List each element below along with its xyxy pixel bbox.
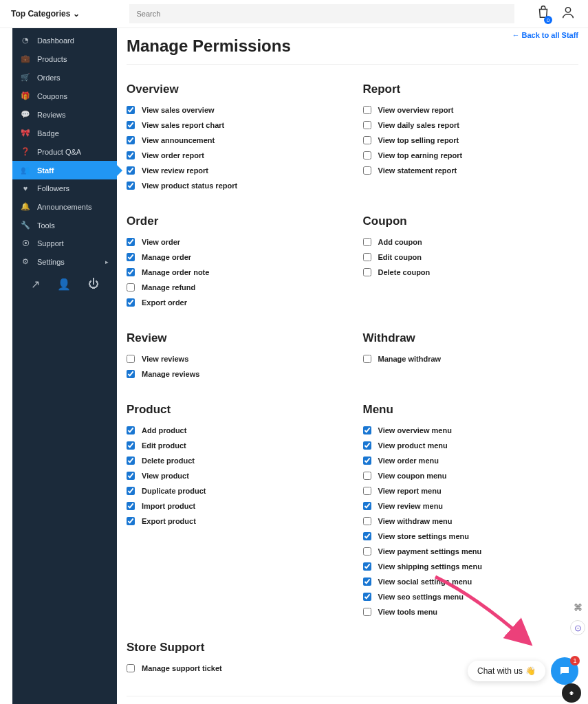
permission-row[interactable]: View seo settings menu bbox=[363, 593, 579, 601]
permission-row[interactable]: View shipping settings menu bbox=[363, 562, 579, 571]
permission-checkbox[interactable] bbox=[363, 562, 371, 571]
permission-checkbox[interactable] bbox=[363, 355, 371, 363]
permission-row[interactable]: View overview menu bbox=[363, 426, 579, 434]
permission-row[interactable]: Add coupon bbox=[363, 238, 579, 246]
permission-row[interactable]: Edit product bbox=[127, 441, 342, 450]
permission-row[interactable]: View order report bbox=[127, 151, 342, 160]
sidebar-item-reviews[interactable]: 💬Reviews bbox=[12, 105, 117, 124]
search-input[interactable] bbox=[129, 4, 514, 23]
permission-row[interactable]: Duplicate product bbox=[127, 487, 342, 495]
sidebar-item-settings[interactable]: ⚙Settings▸ bbox=[12, 252, 117, 271]
permission-row[interactable]: View sales overview bbox=[127, 106, 342, 114]
permission-checkbox[interactable] bbox=[127, 370, 135, 378]
permission-checkbox[interactable] bbox=[363, 456, 371, 465]
permission-checkbox[interactable] bbox=[127, 298, 135, 307]
permission-row[interactable]: View reviews bbox=[127, 355, 342, 363]
shopping-bag-icon[interactable]: 0 bbox=[536, 5, 551, 23]
external-link-icon[interactable]: ↗ bbox=[31, 278, 40, 291]
permission-row[interactable]: View review report bbox=[127, 166, 342, 175]
permission-row[interactable]: View daily sales report bbox=[363, 121, 579, 129]
permission-checkbox[interactable] bbox=[363, 487, 371, 495]
grid-icon[interactable]: ⌘ bbox=[570, 600, 585, 615]
permission-row[interactable]: Export order bbox=[127, 298, 342, 307]
sidebar-item-products[interactable]: 💼Products bbox=[12, 50, 117, 68]
permission-row[interactable]: View review menu bbox=[363, 502, 579, 510]
permission-row[interactable]: View social settings menu bbox=[363, 578, 579, 586]
permission-row[interactable]: View report menu bbox=[363, 487, 579, 495]
back-to-staff-link[interactable]: ← Back to all Staff bbox=[512, 31, 578, 39]
sidebar-item-coupons[interactable]: 🎁Coupons bbox=[12, 87, 117, 105]
sidebar-item-orders[interactable]: 🛒Orders bbox=[12, 68, 117, 87]
permission-row[interactable]: View withdraw menu bbox=[363, 517, 579, 525]
permission-row[interactable]: View sales report chart bbox=[127, 121, 342, 129]
permission-checkbox[interactable] bbox=[363, 502, 371, 510]
permission-checkbox[interactable] bbox=[363, 441, 371, 450]
permission-row[interactable]: View tools menu bbox=[363, 608, 579, 616]
permission-row[interactable]: Delete product bbox=[127, 456, 342, 465]
permission-checkbox[interactable] bbox=[363, 547, 371, 556]
permission-checkbox[interactable] bbox=[363, 106, 371, 114]
permission-row[interactable]: View top selling report bbox=[363, 136, 579, 144]
permission-row[interactable]: View announcement bbox=[127, 136, 342, 144]
permission-checkbox[interactable] bbox=[127, 664, 135, 672]
permission-checkbox[interactable] bbox=[127, 253, 135, 261]
permission-row[interactable]: View product menu bbox=[363, 441, 579, 450]
permission-checkbox[interactable] bbox=[127, 136, 135, 144]
permission-checkbox[interactable] bbox=[363, 608, 371, 616]
permission-checkbox[interactable] bbox=[127, 517, 135, 525]
permission-checkbox[interactable] bbox=[127, 472, 135, 480]
permission-checkbox[interactable] bbox=[363, 151, 371, 160]
permission-checkbox[interactable] bbox=[127, 502, 135, 510]
permission-checkbox[interactable] bbox=[127, 426, 135, 434]
permission-row[interactable]: View order bbox=[127, 238, 342, 246]
sidebar-item-support[interactable]: ⦿Support bbox=[12, 234, 117, 252]
permission-checkbox[interactable] bbox=[363, 578, 371, 586]
top-categories-dropdown[interactable]: Top Categories ⌄ bbox=[8, 9, 80, 19]
permission-checkbox[interactable] bbox=[127, 268, 135, 276]
sidebar-item-announcements[interactable]: 🔔Announcements bbox=[12, 197, 117, 216]
permission-row[interactable]: View product bbox=[127, 472, 342, 480]
sidebar-item-tools[interactable]: 🔧Tools bbox=[12, 216, 117, 234]
permission-checkbox[interactable] bbox=[127, 151, 135, 160]
permission-checkbox[interactable] bbox=[127, 355, 135, 363]
user-icon[interactable] bbox=[560, 5, 576, 23]
permission-checkbox[interactable] bbox=[127, 487, 135, 495]
permission-checkbox[interactable] bbox=[127, 121, 135, 129]
permission-checkbox[interactable] bbox=[363, 593, 371, 601]
permission-row[interactable]: Manage order bbox=[127, 253, 342, 261]
chat-bubble[interactable]: Chat with us 👋 bbox=[468, 661, 545, 681]
permission-row[interactable]: Manage refund bbox=[127, 283, 342, 292]
sidebar-item-followers[interactable]: ♥Followers bbox=[12, 179, 117, 197]
permission-checkbox[interactable] bbox=[363, 253, 371, 261]
permission-row[interactable]: View statement report bbox=[363, 166, 579, 175]
permission-row[interactable]: Add product bbox=[127, 426, 342, 434]
permission-row[interactable]: Manage reviews bbox=[127, 370, 342, 378]
permission-checkbox[interactable] bbox=[363, 136, 371, 144]
permission-row[interactable]: View top earning report bbox=[363, 151, 579, 160]
permission-row[interactable]: Edit coupon bbox=[363, 253, 579, 261]
permission-row[interactable]: View payment settings menu bbox=[363, 547, 579, 556]
permission-checkbox[interactable] bbox=[363, 268, 371, 276]
permission-checkbox[interactable] bbox=[127, 238, 135, 246]
power-icon[interactable]: ⏻ bbox=[88, 278, 99, 291]
permission-row[interactable]: Delete coupon bbox=[363, 268, 579, 276]
permission-checkbox[interactable] bbox=[363, 121, 371, 129]
permission-checkbox[interactable] bbox=[127, 166, 135, 175]
permission-row[interactable]: View coupon menu bbox=[363, 472, 579, 480]
permission-row[interactable]: Export product bbox=[127, 517, 342, 525]
permission-row[interactable]: View product status report bbox=[127, 182, 342, 190]
permission-checkbox[interactable] bbox=[363, 472, 371, 480]
permission-checkbox[interactable] bbox=[363, 532, 371, 540]
permission-checkbox[interactable] bbox=[363, 166, 371, 175]
permission-row[interactable]: Manage support ticket bbox=[127, 664, 342, 672]
scroll-top-button[interactable] bbox=[562, 683, 581, 703]
chat-button[interactable]: 1 bbox=[551, 657, 578, 685]
permission-checkbox[interactable] bbox=[127, 441, 135, 450]
permission-row[interactable]: Manage withdraw bbox=[363, 355, 579, 363]
permission-checkbox[interactable] bbox=[363, 238, 371, 246]
permission-checkbox[interactable] bbox=[127, 106, 135, 114]
permission-checkbox[interactable] bbox=[127, 283, 135, 292]
permission-checkbox[interactable] bbox=[363, 517, 371, 525]
permission-checkbox[interactable] bbox=[127, 182, 135, 190]
permission-row[interactable]: Import product bbox=[127, 502, 342, 510]
